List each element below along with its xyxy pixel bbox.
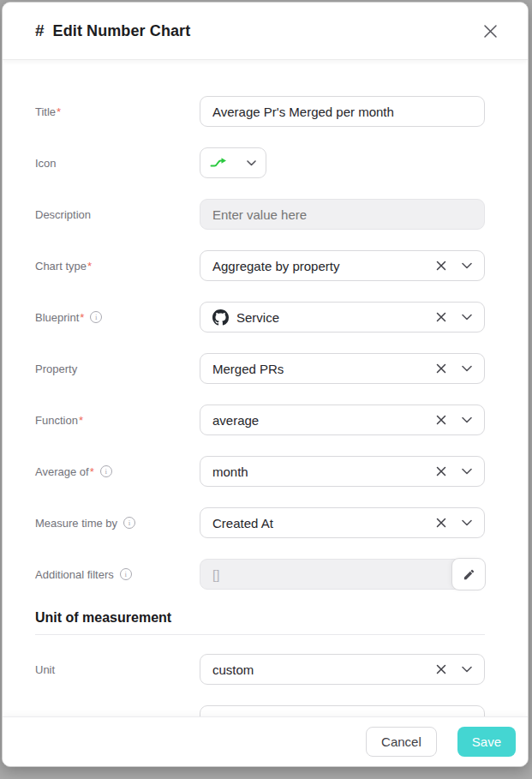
required-marker: * (90, 465, 94, 478)
chevron-down-icon[interactable] (462, 314, 472, 321)
chevron-down-icon[interactable] (462, 468, 472, 475)
field-row-chart-type: Chart type* Aggregate by property (35, 250, 485, 281)
description-input[interactable] (200, 199, 485, 230)
close-icon (483, 24, 498, 39)
edit-filters-button[interactable] (451, 558, 486, 590)
chevron-down-icon[interactable] (462, 666, 472, 673)
field-row-function: Function* average (35, 404, 485, 435)
required-marker: * (57, 105, 61, 118)
cancel-button[interactable]: Cancel (366, 727, 437, 757)
clear-icon[interactable] (435, 260, 447, 272)
close-button[interactable] (478, 19, 502, 43)
clear-icon[interactable] (435, 465, 447, 477)
unit-value: custom (212, 662, 254, 677)
blueprint-value: Service (236, 310, 279, 325)
clear-icon[interactable] (435, 414, 447, 426)
function-value: average (212, 413, 259, 428)
chart-type-value: Aggregate by property (212, 259, 339, 273)
description-label: Description (35, 208, 200, 221)
edit-number-chart-modal: # Edit Number Chart Title* Icon (2, 2, 529, 767)
modal-title-wrap: # Edit Number Chart (35, 21, 190, 40)
field-row-measure-time-by: Measure time by i Created At (35, 507, 485, 538)
field-row-property: Property Merged PRs (35, 353, 485, 384)
github-icon (212, 309, 229, 326)
property-value: Merged PRs (212, 362, 284, 376)
unit-of-measurement-heading: Unit of measurement (35, 610, 485, 626)
unit-label: Unit (35, 663, 200, 676)
field-row-title: Title* (35, 96, 485, 127)
average-of-value: month (212, 464, 248, 479)
info-icon[interactable]: i (100, 465, 112, 477)
clear-icon[interactable] (435, 311, 447, 323)
field-row-description: Description (35, 199, 485, 230)
field-row-blueprint: Blueprint* i Service (35, 302, 485, 333)
required-marker: * (87, 260, 92, 273)
additional-filters-label: Additional filters i (35, 568, 200, 581)
icon-dropdown[interactable] (200, 147, 266, 178)
field-row-unit: Unit custom (35, 654, 485, 685)
property-label: Property (35, 363, 200, 375)
average-of-label: Average of* i (35, 465, 200, 478)
function-label: Function* (35, 414, 200, 427)
icon-label: Icon (35, 157, 200, 170)
pencil-icon (463, 568, 475, 581)
chevron-down-icon[interactable] (462, 519, 472, 526)
measure-time-by-label: Measure time by i (35, 517, 200, 530)
modal-header: # Edit Number Chart (3, 3, 528, 59)
blueprint-label: Blueprint* i (35, 311, 200, 324)
title-label: Title* (35, 105, 200, 118)
info-icon[interactable]: i (120, 568, 132, 580)
clear-icon[interactable] (435, 363, 447, 375)
chevron-down-icon[interactable] (462, 365, 472, 372)
clear-icon[interactable] (435, 517, 447, 529)
chevron-down-icon[interactable] (462, 262, 472, 269)
save-button[interactable]: Save (457, 727, 516, 757)
additional-filters-input: [] (200, 559, 485, 590)
chevron-down-icon (247, 160, 256, 166)
chart-type-label: Chart type* (35, 260, 200, 273)
additional-filters-value: [] (212, 567, 219, 582)
modal-footer: Cancel Save (3, 716, 528, 766)
info-icon[interactable]: i (123, 517, 135, 529)
field-row-icon: Icon (35, 147, 485, 178)
git-merge-icon (210, 157, 228, 169)
required-marker: * (80, 311, 84, 324)
number-chart-hash-icon: # (35, 21, 45, 40)
section-divider (35, 634, 485, 635)
modal-title: Edit Number Chart (53, 22, 191, 40)
required-marker: * (79, 414, 83, 427)
field-row-additional-filters: Additional filters i [] (35, 559, 485, 590)
chevron-down-icon[interactable] (462, 416, 472, 423)
measure-time-by-value: Created At (212, 516, 273, 530)
info-icon[interactable]: i (90, 311, 102, 323)
title-input[interactable] (200, 96, 485, 127)
form-content: Title* Icon (3, 59, 528, 766)
field-row-average-of: Average of* i month (35, 456, 485, 487)
clear-icon[interactable] (435, 663, 447, 675)
